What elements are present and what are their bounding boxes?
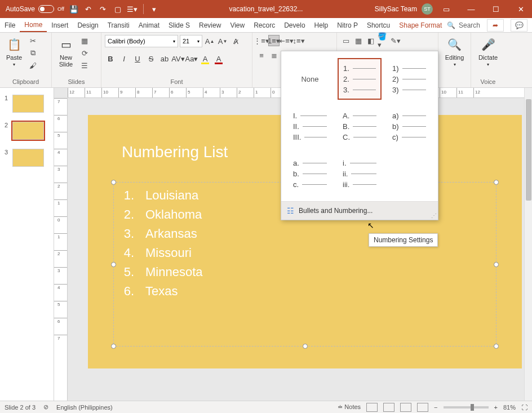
tab-shape-format[interactable]: Shape Format	[394, 18, 446, 32]
quick-styles-icon[interactable]: ◧	[365, 35, 376, 46]
dictate-button[interactable]: 🎤 Dictate▾	[475, 35, 502, 68]
indent-decrease-icon[interactable]: ⇤≡▾	[281, 35, 292, 46]
bullets-icon[interactable]: ⋮≡▾	[256, 35, 267, 46]
numbering-alpha-upper[interactable]: A. B. C.	[338, 105, 382, 147]
tab-help[interactable]: Help	[310, 18, 333, 32]
close-icon[interactable]: ✕	[509, 0, 532, 18]
bold-button[interactable]: B	[105, 53, 116, 64]
shadow-button[interactable]: ab	[159, 53, 170, 64]
paste-button[interactable]: 📋 Paste▾	[3, 35, 25, 68]
tab-transitions[interactable]: Transiti	[103, 18, 134, 32]
fit-to-window-icon[interactable]: ⛶	[521, 404, 527, 411]
thumb-3[interactable]: 3	[0, 146, 54, 169]
tab-nitro[interactable]: Nitro P	[333, 18, 362, 32]
strike-button[interactable]: S	[145, 53, 157, 64]
slideshow-view-icon[interactable]	[417, 403, 428, 412]
document-title: vacation_travel_22632...	[229, 5, 303, 13]
bullets-and-numbering-item[interactable]: ☷ Bullets and Numbering... ⋰	[281, 201, 438, 220]
layout-icon[interactable]: ▦	[79, 35, 90, 46]
zoom-in-icon[interactable]: +	[494, 404, 498, 411]
tab-developer[interactable]: Develo	[280, 18, 309, 32]
numbering-none[interactable]: None	[288, 58, 332, 100]
shapes-icon[interactable]: ▭	[340, 35, 352, 46]
sorter-view-icon[interactable]	[383, 403, 394, 412]
minimize-icon[interactable]: —	[460, 0, 482, 18]
redo-icon[interactable]: ↷	[98, 4, 108, 14]
section-icon[interactable]: ☰	[79, 60, 90, 71]
language-label[interactable]: English (Philippines)	[56, 404, 113, 411]
list-item[interactable]: 5.Minnesota	[121, 265, 489, 279]
thumb-1[interactable]: 1	[0, 92, 54, 115]
present-icon[interactable]: ▢	[113, 4, 123, 14]
slide-title[interactable]: Numbering List	[122, 143, 228, 161]
tab-design[interactable]: Design	[73, 18, 103, 32]
list-item[interactable]: 6.Texas	[121, 284, 489, 299]
list-icon[interactable]: ☰▾	[127, 4, 138, 14]
reading-view-icon[interactable]	[400, 403, 411, 412]
cut-icon[interactable]: ✂	[27, 35, 38, 46]
numbering-arabic-paren[interactable]: 1) 2) 3)	[387, 58, 431, 100]
slide-thumbnails-panel[interactable]: 1 2 3	[0, 88, 54, 401]
tab-slideshow[interactable]: Slide S	[164, 18, 194, 32]
clear-format-icon[interactable]: A̷	[230, 35, 241, 47]
tab-recording[interactable]: Recorc	[249, 18, 280, 32]
zoom-level[interactable]: 81%	[503, 404, 516, 411]
save-icon[interactable]: 💾	[69, 4, 79, 14]
decrease-font-icon[interactable]: A▼	[217, 35, 228, 47]
vertical-scrollbar[interactable]	[524, 88, 532, 401]
tab-view[interactable]: View	[225, 18, 249, 32]
highlight-icon[interactable]: A	[200, 53, 211, 64]
font-name-select[interactable]: Calibri (Body)▾	[105, 35, 178, 47]
font-size-select[interactable]: 21▾	[180, 35, 202, 47]
shape-outline-icon[interactable]: ✎▾	[390, 35, 401, 46]
list-item[interactable]: 4.Missouri	[121, 246, 489, 260]
undo-icon[interactable]: ↶	[83, 4, 94, 14]
copy-icon[interactable]: ⧉	[27, 47, 38, 59]
numbering-icon[interactable]: 1≡▾	[268, 35, 280, 46]
search-icon[interactable]: 🔍	[447, 21, 455, 29]
format-painter-icon[interactable]: 🖌	[27, 60, 38, 71]
editing-group-label	[442, 85, 467, 86]
underline-button[interactable]: U	[132, 53, 143, 64]
user-avatar[interactable]: ST	[422, 3, 433, 15]
numbering-arabic-dot[interactable]: 1. 2. 3.	[338, 58, 382, 100]
slide-position[interactable]: Slide 2 of 3	[5, 404, 36, 411]
tab-file[interactable]: File	[0, 18, 20, 32]
tab-animations[interactable]: Animat	[134, 18, 164, 32]
accessibility-icon[interactable]: ⊘	[43, 403, 48, 411]
char-spacing-icon[interactable]: AV▾	[172, 53, 184, 64]
share-button[interactable]: ➦	[487, 19, 504, 32]
ribbon-display-icon[interactable]: ▭	[435, 0, 458, 18]
font-color-icon[interactable]: A	[213, 53, 224, 64]
numbering-alpha-lower-dot[interactable]: a. b. c.	[288, 153, 332, 194]
zoom-slider[interactable]	[444, 406, 489, 408]
change-case-icon[interactable]: Aa▾	[186, 53, 197, 64]
arrange-icon[interactable]: ▦	[353, 35, 364, 46]
align-left-icon[interactable]: ≡	[256, 50, 267, 61]
maximize-icon[interactable]: ☐	[485, 0, 507, 18]
new-slide-button[interactable]: ▭ New Slide	[55, 35, 77, 69]
align-center-icon[interactable]: ≣	[268, 50, 280, 61]
resize-grip-icon[interactable]: ⋰	[431, 212, 437, 219]
numbering-alpha-lower-paren[interactable]: a) b) c)	[387, 105, 431, 147]
tab-insert[interactable]: Insert	[47, 18, 73, 32]
tab-shortcut[interactable]: Shortcu	[362, 18, 394, 32]
search-label[interactable]: Search	[459, 21, 480, 29]
reset-icon[interactable]: ⟳	[79, 47, 90, 59]
numbering-roman-lower[interactable]: i. ii. iii.	[338, 153, 382, 194]
qat-more-icon[interactable]: ▾	[149, 4, 159, 14]
numbering-roman-upper[interactable]: I. II. III.	[288, 105, 332, 147]
normal-view-icon[interactable]	[366, 403, 378, 412]
notes-toggle[interactable]: ≐ Notes	[338, 403, 361, 411]
autosave-toggle[interactable]: AutoSave Off	[6, 5, 64, 13]
increase-font-icon[interactable]: A▲	[204, 35, 215, 47]
zoom-out-icon[interactable]: −	[434, 404, 437, 411]
comments-button[interactable]: 💬	[511, 19, 527, 32]
tab-review[interactable]: Review	[194, 18, 225, 32]
editing-button[interactable]: 🔍 Editing▾	[442, 35, 467, 68]
italic-button[interactable]: I	[118, 53, 130, 64]
tab-home[interactable]: Home	[20, 18, 47, 32]
thumb-2[interactable]: 2	[0, 119, 54, 142]
shape-fill-icon[interactable]: 🪣▾	[378, 35, 389, 46]
line-spacing-icon[interactable]: ↕≡▾	[293, 35, 304, 46]
